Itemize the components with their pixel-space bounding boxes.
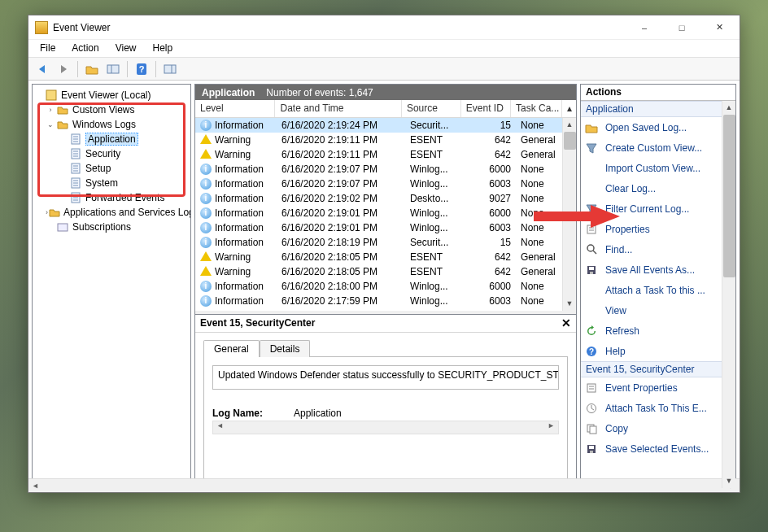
- col-category[interactable]: Task Ca...: [511, 100, 562, 117]
- scroll-up-icon[interactable]: ▲: [563, 118, 577, 132]
- event-list-body[interactable]: iInformation6/16/2020 2:19:24 PMSecurit.…: [195, 118, 576, 310]
- log-icon: [69, 192, 82, 203]
- tree-node[interactable]: Security: [34, 146, 189, 161]
- scroll-left-icon[interactable]: ◄: [32, 479, 42, 490]
- col-level[interactable]: Level: [195, 100, 275, 117]
- svg-rect-27: [58, 224, 68, 231]
- svg-rect-47: [589, 446, 594, 449]
- event-row[interactable]: Warning6/16/2020 2:18:05 PMESENT642Gener…: [195, 264, 576, 279]
- center-pane: Application Number of events: 1,647 Leve…: [194, 84, 577, 489]
- tree-hscrollbar[interactable]: ◄ ►: [32, 478, 191, 489]
- action-label: Attach a Task To this ...: [605, 285, 705, 296]
- tab-content: Updated Windows Defender status successf…: [203, 356, 568, 489]
- action-item[interactable]: ?Help▶: [581, 341, 735, 361]
- event-row[interactable]: iInformation6/16/2020 2:18:19 PMSecurit.…: [195, 235, 576, 250]
- action-item[interactable]: Import Custom View...: [581, 158, 735, 178]
- tree-node[interactable]: ›Applications and Services Log: [34, 205, 189, 220]
- scroll-thumb[interactable]: [564, 132, 576, 150]
- tree-node[interactable]: ⌄Windows Logs: [34, 117, 189, 132]
- menu-action[interactable]: Action: [63, 40, 107, 57]
- detail-close-button[interactable]: ✕: [561, 316, 571, 329]
- event-row[interactable]: iInformation6/16/2020 2:19:07 PMWinlog..…: [195, 177, 576, 191]
- tree-node[interactable]: Setup: [34, 161, 189, 176]
- menu-file[interactable]: File: [32, 40, 63, 57]
- copy-icon: [584, 422, 599, 435]
- action-item[interactable]: View▶: [581, 300, 735, 321]
- action-item[interactable]: Copy▶: [581, 418, 735, 438]
- action-item[interactable]: Clear Log...: [581, 178, 735, 198]
- scroll-down-icon[interactable]: ▼: [563, 297, 577, 311]
- menu-view[interactable]: View: [107, 40, 145, 57]
- event-row[interactable]: Warning6/16/2020 2:18:05 PMESENT642Gener…: [195, 250, 576, 264]
- detail-hscrollbar[interactable]: ◄ ►: [212, 421, 559, 434]
- detail-message[interactable]: Updated Windows Defender status successf…: [212, 365, 559, 390]
- twisty-icon[interactable]: ⌄: [46, 120, 55, 129]
- actions-section-app[interactable]: Application ▴: [581, 101, 735, 117]
- svg-text:?: ?: [589, 347, 594, 356]
- action-item[interactable]: Find...: [581, 239, 735, 259]
- nav-back-button[interactable]: [33, 60, 51, 78]
- funnel-icon: [584, 142, 599, 155]
- scroll-right-icon[interactable]: ►: [544, 421, 558, 434]
- scroll-left-icon[interactable]: ◄: [213, 421, 227, 434]
- action-item[interactable]: Open Saved Log...: [581, 117, 735, 137]
- tree-node[interactable]: Subscriptions: [34, 220, 189, 234]
- twisty-icon[interactable]: ›: [46, 208, 48, 216]
- col-eventid[interactable]: Event ID: [461, 100, 511, 117]
- maximize-button[interactable]: □: [663, 15, 700, 40]
- nav-forward-button[interactable]: [55, 60, 72, 78]
- event-row[interactable]: iInformation6/16/2020 2:18:00 PMWinlog..…: [195, 279, 576, 294]
- action-item[interactable]: Attach a Task To this ...: [581, 280, 735, 300]
- event-row[interactable]: iInformation6/16/2020 2:19:01 PMWinlog..…: [195, 206, 576, 220]
- tree-node[interactable]: System: [34, 176, 189, 190]
- tab-general[interactable]: General: [203, 340, 260, 357]
- event-row[interactable]: Warning6/16/2020 2:19:11 PMESENT642Gener…: [195, 133, 576, 147]
- action-item[interactable]: Save All Events As...: [581, 259, 735, 280]
- col-scroll-up[interactable]: ▴: [562, 100, 576, 117]
- action-item[interactable]: Save Selected Events...: [581, 438, 735, 459]
- svg-rect-35: [590, 272, 593, 274]
- cell-eventid: 6000: [465, 207, 516, 219]
- action-item[interactable]: Event Properties: [581, 377, 735, 398]
- folder-icon: [56, 119, 69, 130]
- tb-panel2-button[interactable]: [161, 60, 179, 78]
- minimize-button[interactable]: –: [626, 15, 663, 40]
- titlebar[interactable]: Event Viewer – □ ✕: [28, 15, 740, 40]
- event-row[interactable]: iInformation6/16/2020 2:17:59 PMWinlog..…: [195, 294, 576, 308]
- event-row[interactable]: iInformation6/16/2020 2:19:02 PMDeskto..…: [195, 191, 576, 206]
- scroll-thumb[interactable]: [723, 115, 735, 277]
- actions-vscrollbar[interactable]: ▲ ▼: [722, 101, 735, 488]
- section-label: Event 15, SecurityCenter: [586, 364, 694, 375]
- event-detail: Event 15, SecurityCenter ✕ General Detai…: [195, 314, 576, 489]
- action-label: Open Saved Log...: [605, 122, 687, 133]
- event-row[interactable]: iInformation6/16/2020 2:19:24 PMSecurit.…: [195, 118, 576, 133]
- tb-open-button[interactable]: [83, 60, 101, 78]
- scroll-down-icon[interactable]: ▼: [722, 474, 736, 488]
- action-item[interactable]: Create Custom View...: [581, 137, 735, 158]
- log-icon: [69, 133, 82, 145]
- svg-point-31: [587, 245, 594, 251]
- event-row[interactable]: iInformation6/16/2020 2:19:07 PMWinlog..…: [195, 162, 576, 177]
- action-item[interactable]: Refresh: [581, 321, 735, 341]
- col-source[interactable]: Source: [402, 100, 461, 117]
- actions-section-event[interactable]: Event 15, SecurityCenter ▴: [581, 361, 735, 377]
- menu-help[interactable]: Help: [145, 40, 181, 57]
- tab-details[interactable]: Details: [260, 340, 311, 357]
- col-datetime[interactable]: Date and Time: [275, 100, 401, 117]
- event-row[interactable]: Warning6/16/2020 2:19:11 PMESENT642Gener…: [195, 147, 576, 162]
- svg-rect-38: [587, 384, 596, 392]
- tree-node[interactable]: ›Custom Views: [34, 102, 189, 117]
- tree-node[interactable]: Forwarded Events: [34, 190, 189, 205]
- action-item[interactable]: Attach Task To This E...: [581, 398, 735, 418]
- tb-panel-button[interactable]: [104, 60, 122, 78]
- event-row[interactable]: iInformation6/16/2020 2:19:01 PMWinlog..…: [195, 220, 576, 235]
- scroll-up-icon[interactable]: ▲: [722, 101, 736, 115]
- tb-help-button[interactable]: ?: [133, 60, 151, 78]
- twisty-icon[interactable]: ›: [46, 106, 55, 114]
- tree[interactable]: Event Viewer (Local) ›Custom Views⌄Windo…: [33, 85, 190, 488]
- tree-node[interactable]: Application: [34, 132, 189, 146]
- close-button[interactable]: ✕: [700, 15, 738, 40]
- tree-root[interactable]: Event Viewer (Local): [34, 88, 189, 102]
- cell-level: Information: [215, 295, 264, 307]
- tree-label: Setup: [85, 163, 111, 174]
